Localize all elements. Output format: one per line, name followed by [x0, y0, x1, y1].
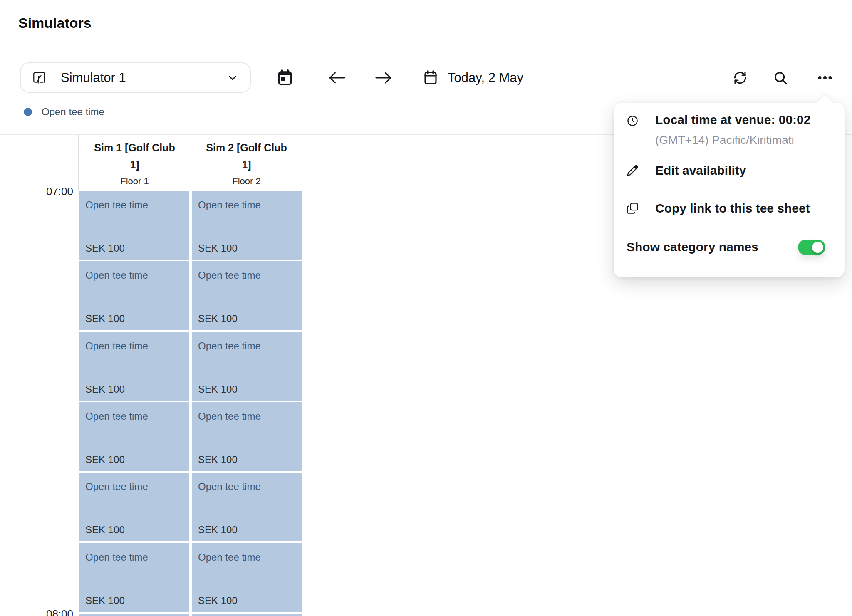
open-tee-time-slot[interactable]: Open tee time SEK 100	[79, 402, 189, 471]
open-tee-time-slot[interactable]: Open tee time SEK 100	[79, 332, 189, 401]
slot-category-label: Open tee time	[198, 340, 261, 352]
local-time-title: Local time at venue: 00:02	[655, 113, 810, 127]
slot-price: SEK 100	[198, 524, 238, 536]
next-day-button[interactable]	[374, 69, 394, 87]
open-tee-time-slot[interactable]: Open tee time SEK 100	[79, 473, 189, 541]
slot-category-label: Open tee time	[198, 270, 261, 281]
slot-price: SEK 100	[198, 313, 238, 324]
calendar-icon	[423, 70, 438, 86]
current-date-label: Today, 2 May	[448, 70, 523, 85]
slot-category-label: Open tee time	[85, 481, 148, 492]
column-header-sim-2: Sim 2 [Golf Club 1] Floor 2	[191, 135, 302, 191]
column-title: Sim 1 [Golf Club 1]	[91, 139, 179, 173]
slot-category-label: Open tee time	[198, 199, 261, 211]
time-label-0700: 07:00	[0, 185, 73, 198]
search-icon	[773, 70, 788, 86]
toggle-knob	[812, 242, 823, 253]
open-tee-time-slot[interactable]: Open tee time SEK 100	[192, 402, 302, 471]
open-tee-time-slot[interactable]: Open tee time SEK 100	[192, 543, 302, 612]
menu-item-edit-availability[interactable]: Edit availability	[614, 159, 845, 184]
slot-category-label: Open tee time	[85, 199, 148, 211]
open-tee-time-slot[interactable]: Open tee time SEK 100	[192, 191, 302, 260]
copy-icon	[627, 202, 639, 214]
legend-open-tee-time: Open tee time	[24, 106, 104, 118]
menu-item-label: Copy link to this tee sheet	[655, 201, 810, 215]
open-tee-time-slot[interactable]: Open tee time SEK 100	[192, 332, 302, 401]
slot-price: SEK 100	[198, 454, 238, 465]
column-header-sim-1: Sim 1 [Golf Club 1] Floor 1	[78, 135, 191, 191]
chevron-down-icon	[226, 71, 239, 84]
slot-category-label: Open tee time	[198, 552, 261, 563]
time-label-0800: 08:00	[0, 608, 73, 616]
slot-price: SEK 100	[85, 242, 125, 254]
open-tee-time-slot[interactable]: Open tee time SEK 100	[79, 261, 189, 330]
slot-price: SEK 100	[198, 595, 238, 606]
simulators-page: Simulators Simulator 1	[0, 0, 852, 616]
show-category-names-toggle[interactable]	[798, 240, 825, 255]
open-tee-time-slot[interactable]: Open tee time SEK 100	[79, 543, 189, 612]
slot-price: SEK 100	[85, 524, 125, 536]
slot-category-label: Open tee time	[85, 340, 148, 352]
slot-category-label: Open tee time	[85, 270, 148, 281]
ellipsis-icon	[817, 69, 833, 86]
page-header: Simulators	[0, 0, 852, 48]
slot-price: SEK 100	[198, 242, 238, 254]
refresh-icon	[733, 70, 748, 85]
column-subtitle: Floor 1	[79, 174, 191, 188]
simulator-screen-icon	[32, 70, 47, 85]
slot-price: SEK 100	[85, 595, 125, 606]
column-subtitle: Floor 2	[191, 174, 302, 188]
menu-item-copy-link[interactable]: Copy link to this tee sheet	[614, 197, 845, 222]
refresh-button[interactable]	[731, 69, 749, 87]
slot-category-label: Open tee time	[198, 481, 261, 492]
more-options-button[interactable]	[816, 69, 834, 87]
more-options-menu: Local time at venue: 00:02 (GMT+14) Paci…	[614, 103, 845, 277]
arrow-right-icon	[374, 71, 393, 85]
simulator-select-value: Simulator 1	[61, 70, 226, 85]
slot-price: SEK 100	[85, 383, 125, 395]
slot-price: SEK 100	[85, 454, 125, 465]
slot-price: SEK 100	[85, 313, 125, 324]
slot-category-label: Open tee time	[85, 552, 148, 563]
open-tee-time-slot[interactable]: Open tee time SEK 100	[79, 614, 189, 616]
show-category-names-label: Show category names	[627, 240, 758, 254]
legend-dot	[24, 108, 32, 116]
legend-label: Open tee time	[42, 106, 104, 118]
open-tee-time-slot[interactable]: Open tee time SEK 100	[192, 614, 302, 616]
previous-day-button[interactable]	[327, 69, 347, 87]
open-tee-time-slot[interactable]: Open tee time SEK 100	[192, 261, 302, 330]
clock-icon	[627, 115, 639, 127]
arrow-left-icon	[327, 71, 347, 85]
schedule-view-button[interactable]	[275, 69, 295, 87]
simulator-select[interactable]: Simulator 1	[20, 62, 251, 93]
menu-item-label: Edit availability	[655, 163, 746, 178]
calendar-today-icon	[276, 69, 294, 87]
column-title: Sim 2 [Golf Club 1]	[203, 139, 291, 173]
slot-price: SEK 100	[198, 383, 238, 395]
slot-category-label: Open tee time	[198, 411, 261, 422]
slot-category-label: Open tee time	[85, 411, 148, 422]
open-tee-time-slot[interactable]: Open tee time SEK 100	[79, 191, 189, 260]
pencil-icon	[627, 164, 639, 176]
date-picker-button[interactable]: Today, 2 May	[423, 68, 523, 88]
page-title: Simulators	[18, 15, 92, 31]
open-tee-time-slot[interactable]: Open tee time SEK 100	[192, 473, 302, 541]
local-time-timezone: (GMT+14) Pacific/Kiritimati	[655, 134, 794, 147]
search-button[interactable]	[771, 69, 790, 87]
